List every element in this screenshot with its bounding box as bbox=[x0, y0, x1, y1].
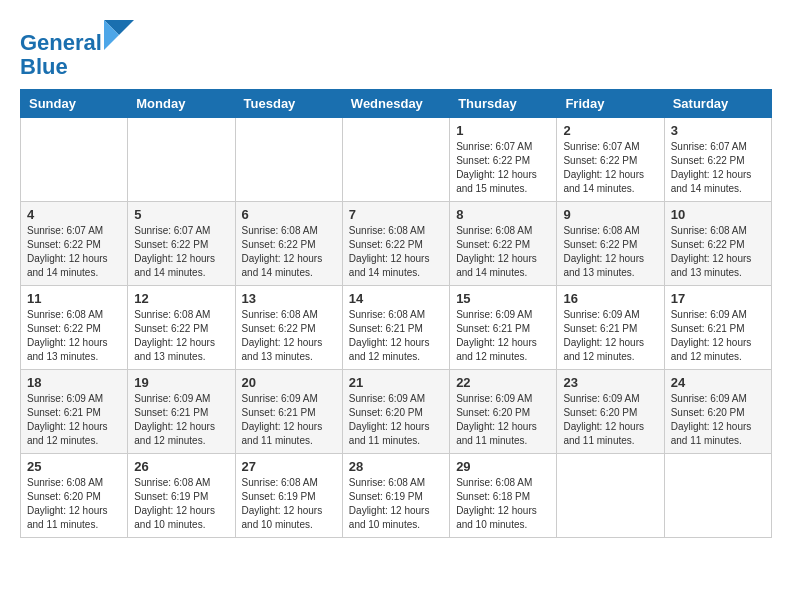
day-info: Sunrise: 6:07 AM Sunset: 6:22 PM Dayligh… bbox=[671, 140, 765, 196]
day-info: Sunrise: 6:07 AM Sunset: 6:22 PM Dayligh… bbox=[563, 140, 657, 196]
day-number: 14 bbox=[349, 291, 443, 306]
col-header-wednesday: Wednesday bbox=[342, 90, 449, 118]
day-number: 17 bbox=[671, 291, 765, 306]
calendar-table: SundayMondayTuesdayWednesdayThursdayFrid… bbox=[20, 89, 772, 538]
day-number: 29 bbox=[456, 459, 550, 474]
col-header-thursday: Thursday bbox=[450, 90, 557, 118]
calendar-cell bbox=[557, 454, 664, 538]
logo-icon bbox=[104, 20, 134, 50]
calendar-cell bbox=[664, 454, 771, 538]
day-number: 27 bbox=[242, 459, 336, 474]
day-info: Sunrise: 6:09 AM Sunset: 6:21 PM Dayligh… bbox=[134, 392, 228, 448]
col-header-monday: Monday bbox=[128, 90, 235, 118]
day-info: Sunrise: 6:08 AM Sunset: 6:19 PM Dayligh… bbox=[242, 476, 336, 532]
calendar-cell bbox=[128, 118, 235, 202]
calendar-cell: 17Sunrise: 6:09 AM Sunset: 6:21 PM Dayli… bbox=[664, 286, 771, 370]
page-header: General Blue bbox=[20, 20, 772, 79]
calendar-cell: 16Sunrise: 6:09 AM Sunset: 6:21 PM Dayli… bbox=[557, 286, 664, 370]
calendar-cell: 12Sunrise: 6:08 AM Sunset: 6:22 PM Dayli… bbox=[128, 286, 235, 370]
day-number: 6 bbox=[242, 207, 336, 222]
day-number: 5 bbox=[134, 207, 228, 222]
day-number: 15 bbox=[456, 291, 550, 306]
col-header-friday: Friday bbox=[557, 90, 664, 118]
logo-text: General bbox=[20, 20, 134, 55]
day-info: Sunrise: 6:08 AM Sunset: 6:18 PM Dayligh… bbox=[456, 476, 550, 532]
day-info: Sunrise: 6:09 AM Sunset: 6:20 PM Dayligh… bbox=[456, 392, 550, 448]
day-number: 7 bbox=[349, 207, 443, 222]
calendar-cell bbox=[342, 118, 449, 202]
calendar-cell: 10Sunrise: 6:08 AM Sunset: 6:22 PM Dayli… bbox=[664, 202, 771, 286]
calendar-cell: 2Sunrise: 6:07 AM Sunset: 6:22 PM Daylig… bbox=[557, 118, 664, 202]
day-info: Sunrise: 6:09 AM Sunset: 6:21 PM Dayligh… bbox=[671, 308, 765, 364]
day-info: Sunrise: 6:08 AM Sunset: 6:22 PM Dayligh… bbox=[242, 308, 336, 364]
day-info: Sunrise: 6:07 AM Sunset: 6:22 PM Dayligh… bbox=[456, 140, 550, 196]
day-info: Sunrise: 6:08 AM Sunset: 6:22 PM Dayligh… bbox=[349, 224, 443, 280]
day-number: 13 bbox=[242, 291, 336, 306]
calendar-cell: 15Sunrise: 6:09 AM Sunset: 6:21 PM Dayli… bbox=[450, 286, 557, 370]
day-number: 1 bbox=[456, 123, 550, 138]
day-number: 25 bbox=[27, 459, 121, 474]
day-number: 3 bbox=[671, 123, 765, 138]
logo-blue: Blue bbox=[20, 55, 134, 79]
calendar-cell: 5Sunrise: 6:07 AM Sunset: 6:22 PM Daylig… bbox=[128, 202, 235, 286]
calendar-cell: 24Sunrise: 6:09 AM Sunset: 6:20 PM Dayli… bbox=[664, 370, 771, 454]
calendar-cell: 1Sunrise: 6:07 AM Sunset: 6:22 PM Daylig… bbox=[450, 118, 557, 202]
day-info: Sunrise: 6:08 AM Sunset: 6:21 PM Dayligh… bbox=[349, 308, 443, 364]
calendar-week-row: 1Sunrise: 6:07 AM Sunset: 6:22 PM Daylig… bbox=[21, 118, 772, 202]
day-info: Sunrise: 6:08 AM Sunset: 6:22 PM Dayligh… bbox=[134, 308, 228, 364]
day-info: Sunrise: 6:08 AM Sunset: 6:20 PM Dayligh… bbox=[27, 476, 121, 532]
calendar-cell: 13Sunrise: 6:08 AM Sunset: 6:22 PM Dayli… bbox=[235, 286, 342, 370]
calendar-cell: 28Sunrise: 6:08 AM Sunset: 6:19 PM Dayli… bbox=[342, 454, 449, 538]
day-number: 2 bbox=[563, 123, 657, 138]
calendar-cell: 27Sunrise: 6:08 AM Sunset: 6:19 PM Dayli… bbox=[235, 454, 342, 538]
col-header-tuesday: Tuesday bbox=[235, 90, 342, 118]
day-number: 26 bbox=[134, 459, 228, 474]
day-info: Sunrise: 6:09 AM Sunset: 6:20 PM Dayligh… bbox=[563, 392, 657, 448]
day-info: Sunrise: 6:08 AM Sunset: 6:19 PM Dayligh… bbox=[349, 476, 443, 532]
calendar-cell: 20Sunrise: 6:09 AM Sunset: 6:21 PM Dayli… bbox=[235, 370, 342, 454]
calendar-header-row: SundayMondayTuesdayWednesdayThursdayFrid… bbox=[21, 90, 772, 118]
logo: General Blue bbox=[20, 20, 134, 79]
calendar-week-row: 11Sunrise: 6:08 AM Sunset: 6:22 PM Dayli… bbox=[21, 286, 772, 370]
day-info: Sunrise: 6:09 AM Sunset: 6:21 PM Dayligh… bbox=[563, 308, 657, 364]
day-number: 10 bbox=[671, 207, 765, 222]
day-number: 20 bbox=[242, 375, 336, 390]
day-info: Sunrise: 6:08 AM Sunset: 6:22 PM Dayligh… bbox=[27, 308, 121, 364]
calendar-cell: 23Sunrise: 6:09 AM Sunset: 6:20 PM Dayli… bbox=[557, 370, 664, 454]
calendar-cell: 8Sunrise: 6:08 AM Sunset: 6:22 PM Daylig… bbox=[450, 202, 557, 286]
day-number: 23 bbox=[563, 375, 657, 390]
day-info: Sunrise: 6:07 AM Sunset: 6:22 PM Dayligh… bbox=[134, 224, 228, 280]
calendar-cell: 3Sunrise: 6:07 AM Sunset: 6:22 PM Daylig… bbox=[664, 118, 771, 202]
calendar-cell bbox=[21, 118, 128, 202]
day-info: Sunrise: 6:09 AM Sunset: 6:21 PM Dayligh… bbox=[242, 392, 336, 448]
day-number: 24 bbox=[671, 375, 765, 390]
calendar-cell: 22Sunrise: 6:09 AM Sunset: 6:20 PM Dayli… bbox=[450, 370, 557, 454]
day-info: Sunrise: 6:08 AM Sunset: 6:22 PM Dayligh… bbox=[563, 224, 657, 280]
day-info: Sunrise: 6:09 AM Sunset: 6:21 PM Dayligh… bbox=[456, 308, 550, 364]
calendar-cell bbox=[235, 118, 342, 202]
calendar-week-row: 4Sunrise: 6:07 AM Sunset: 6:22 PM Daylig… bbox=[21, 202, 772, 286]
day-number: 9 bbox=[563, 207, 657, 222]
day-info: Sunrise: 6:09 AM Sunset: 6:21 PM Dayligh… bbox=[27, 392, 121, 448]
day-info: Sunrise: 6:09 AM Sunset: 6:20 PM Dayligh… bbox=[671, 392, 765, 448]
col-header-saturday: Saturday bbox=[664, 90, 771, 118]
day-info: Sunrise: 6:09 AM Sunset: 6:20 PM Dayligh… bbox=[349, 392, 443, 448]
calendar-cell: 18Sunrise: 6:09 AM Sunset: 6:21 PM Dayli… bbox=[21, 370, 128, 454]
day-number: 28 bbox=[349, 459, 443, 474]
calendar-cell: 11Sunrise: 6:08 AM Sunset: 6:22 PM Dayli… bbox=[21, 286, 128, 370]
day-number: 11 bbox=[27, 291, 121, 306]
day-number: 4 bbox=[27, 207, 121, 222]
calendar-cell: 9Sunrise: 6:08 AM Sunset: 6:22 PM Daylig… bbox=[557, 202, 664, 286]
logo-general: General bbox=[20, 30, 102, 55]
calendar-cell: 26Sunrise: 6:08 AM Sunset: 6:19 PM Dayli… bbox=[128, 454, 235, 538]
calendar-cell: 6Sunrise: 6:08 AM Sunset: 6:22 PM Daylig… bbox=[235, 202, 342, 286]
calendar-cell: 29Sunrise: 6:08 AM Sunset: 6:18 PM Dayli… bbox=[450, 454, 557, 538]
day-number: 21 bbox=[349, 375, 443, 390]
day-info: Sunrise: 6:08 AM Sunset: 6:22 PM Dayligh… bbox=[671, 224, 765, 280]
calendar-week-row: 25Sunrise: 6:08 AM Sunset: 6:20 PM Dayli… bbox=[21, 454, 772, 538]
day-number: 22 bbox=[456, 375, 550, 390]
day-number: 16 bbox=[563, 291, 657, 306]
calendar-cell: 21Sunrise: 6:09 AM Sunset: 6:20 PM Dayli… bbox=[342, 370, 449, 454]
calendar-week-row: 18Sunrise: 6:09 AM Sunset: 6:21 PM Dayli… bbox=[21, 370, 772, 454]
col-header-sunday: Sunday bbox=[21, 90, 128, 118]
